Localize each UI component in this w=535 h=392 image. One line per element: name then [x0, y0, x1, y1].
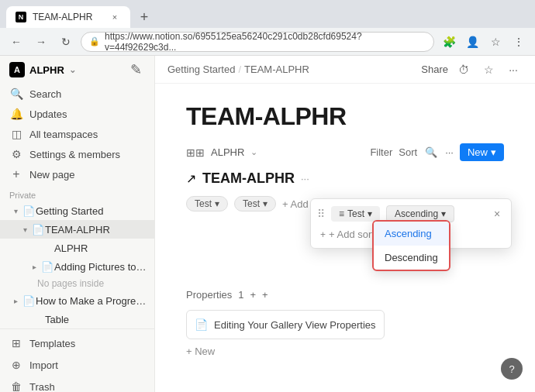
address-bar[interactable]: 🔒 https://www.notion.so/6955125ea56240c2… [81, 32, 434, 52]
sidebar-item-trash[interactable]: 🗑 Trash [0, 376, 154, 392]
active-tab[interactable]: N TEAM-ALPHR × [6, 6, 130, 28]
more-options-icon[interactable]: ··· [504, 60, 523, 79]
toggle-adding-pictures-icon[interactable]: ▸ [28, 260, 40, 273]
workspace-chevron-icon: ⌄ [69, 65, 76, 75]
page-title: TEAM-ALPHR [186, 102, 504, 131]
sidebar-header: A ALPHR ⌄ ✎ [0, 56, 154, 84]
sidebar-item-adding-pictures[interactable]: ▸ 📄 Adding Pictures to Yo... [0, 257, 154, 276]
browser-toolbar: ← → ↻ 🔒 https://www.notion.so/6955125ea5… [0, 28, 535, 56]
extensions-icon[interactable]: 🧩 [439, 32, 459, 52]
sidebar-item-all-teamspaces[interactable]: ◫ All teamspaces [0, 124, 154, 144]
how-to-make-page-icon: 📄 [22, 294, 36, 308]
sidebar-item-updates[interactable]: 🔔 Updates [0, 104, 154, 124]
view-title: TEAM-ALPHR [202, 170, 295, 187]
properties-label: Properties [186, 289, 232, 301]
sidebar-item-import[interactable]: ⊕ Import [0, 354, 154, 376]
sidebar-item-search[interactable]: 🔍 Search [0, 84, 154, 104]
sidebar-teamspaces-label: All teamspaces [29, 129, 98, 140]
database-chevron-icon: ⌄ [250, 147, 257, 157]
add-new-label: + New [186, 346, 215, 357]
sidebar-new-page-icon[interactable]: ✎ [126, 60, 145, 79]
refresh-button[interactable]: ↻ [56, 32, 76, 52]
lock-icon: 🔒 [89, 36, 100, 46]
import-label: Import [29, 359, 58, 371]
getting-started-page-icon: 📄 [22, 204, 36, 218]
database-icon: ⊞⊞ [186, 146, 205, 159]
private-section-label: Private [0, 184, 154, 201]
database-actions: Filter Sort 🔍 ··· New ▾ [370, 143, 504, 161]
new-btn-label: New [468, 146, 488, 158]
forward-button[interactable]: → [31, 32, 51, 52]
toggle-alphr-icon [28, 242, 40, 254]
sidebar-bottom: ⊞ Templates ⊕ Import 🗑 Trash [0, 328, 154, 392]
gallery-card[interactable]: 📄 Editing Your Gallery View Properties [186, 310, 385, 339]
database-name[interactable]: ALPHR [211, 146, 244, 158]
toggle-getting-started-icon[interactable]: ▾ [9, 205, 22, 217]
gallery-properties-row: Properties 1 + + [186, 289, 504, 301]
sidebar-item-no-pages: No pages inside [0, 276, 154, 291]
getting-started-label: Getting Started [36, 205, 148, 217]
breadcrumb: Getting Started / TEAM-ALPHR [167, 64, 415, 75]
no-pages-label: No pages inside [37, 278, 148, 289]
sort-field-icon: ≡ [339, 208, 344, 219]
database-search-icon[interactable]: 🔍 [423, 145, 439, 160]
filter-pill-test1[interactable]: Test ▾ [186, 196, 228, 211]
app-container: A ALPHR ⌄ ✎ 🔍 Search 🔔 Updates ◫ All tea… [0, 56, 535, 392]
profile-icon[interactable]: 👤 [462, 32, 482, 52]
bookmark-icon[interactable]: ☆ [485, 32, 506, 52]
filter-pill-test2-label: Test [243, 198, 260, 209]
filter-pill-test2[interactable]: Test ▾ [234, 196, 276, 211]
new-entry-button[interactable]: New ▾ [460, 143, 504, 161]
add-sort-button[interactable]: + + Add sort [320, 229, 374, 240]
sidebar-item-settings[interactable]: ⚙ Settings & members [0, 144, 154, 164]
tab-close-button[interactable]: × [109, 11, 121, 23]
sort-field-selector[interactable]: ≡ Test ▾ [331, 206, 380, 222]
sort-drag-handle-icon[interactable]: ⠿ [317, 208, 325, 220]
topbar-actions: Share ⏱ ☆ ··· [421, 60, 523, 79]
toolbar-actions: 🧩 👤 ☆ ⋮ [439, 32, 529, 52]
sidebar-item-alphr[interactable]: ALPHR [0, 239, 154, 257]
workspace-selector[interactable]: A ALPHR ⌄ [9, 62, 76, 77]
alphr-page-icon [40, 241, 54, 255]
sidebar-item-table[interactable]: Table [0, 310, 154, 328]
add-sort-label: + Add sort [329, 229, 374, 240]
adding-pictures-label: Adding Pictures to Yo... [54, 261, 148, 273]
browser-menu-icon[interactable]: ⋮ [509, 32, 529, 52]
breadcrumb-team-alphr[interactable]: TEAM-ALPHR [244, 64, 309, 75]
filter-pill-test1-arrow-icon: ▾ [215, 198, 219, 209]
sort-field-label: Test [347, 208, 364, 219]
sidebar-item-templates[interactable]: ⊞ Templates [0, 332, 154, 354]
toggle-how-to-make-icon[interactable]: ▸ [9, 294, 22, 307]
new-tab-button[interactable]: + [133, 6, 155, 28]
gallery-row: 📄 Editing Your Gallery View Properties [186, 310, 504, 339]
page-content: TEAM-ALPHR ⊞⊞ ALPHR ⌄ Filter Sort 🔍 ··· … [155, 84, 535, 392]
sidebar-item-new-page[interactable]: + New page [0, 164, 154, 184]
star-icon[interactable]: ☆ [479, 60, 498, 79]
properties-more-icon[interactable]: + [262, 289, 268, 301]
topbar: Getting Started / TEAM-ALPHR Share ⏱ ☆ ·… [155, 56, 535, 84]
breadcrumb-getting-started[interactable]: Getting Started [167, 64, 235, 75]
sort-button[interactable]: Sort [399, 146, 417, 158]
share-button[interactable]: Share [421, 64, 448, 75]
history-icon[interactable]: ⏱ [454, 60, 473, 79]
add-new-button[interactable]: + New [186, 339, 504, 363]
properties-plus-icon[interactable]: + [250, 289, 256, 301]
sort-option-descending[interactable]: Descending [374, 246, 449, 270]
sort-option-ascending[interactable]: Ascending [374, 222, 449, 246]
sidebar-item-team-alphr[interactable]: ▾ 📄 TEAM-ALPHR [0, 220, 154, 239]
url-text: https://www.notion.so/6955125ea56240c291… [105, 31, 426, 53]
browser-titlebar: N TEAM-ALPHR × + [0, 0, 535, 28]
sidebar-item-getting-started[interactable]: ▾ 📄 Getting Started [0, 201, 154, 220]
sidebar-settings-label: Settings & members [29, 149, 120, 160]
view-more-icon[interactable]: ··· [301, 173, 309, 184]
back-button[interactable]: ← [6, 32, 26, 52]
sidebar-item-how-to-make[interactable]: ▸ 📄 How to Make a Progres... [0, 291, 154, 310]
sort-close-button[interactable]: × [489, 206, 505, 222]
settings-icon: ⚙ [9, 147, 23, 161]
sort-order-dropdown: Ascending Descending [372, 220, 450, 271]
help-button[interactable]: ? [501, 358, 523, 380]
filter-button[interactable]: Filter [370, 146, 392, 158]
toggle-team-alphr-icon[interactable]: ▾ [19, 223, 31, 236]
database-more-icon[interactable]: ··· [445, 146, 454, 158]
new-btn-arrow-icon: ▾ [491, 146, 496, 158]
